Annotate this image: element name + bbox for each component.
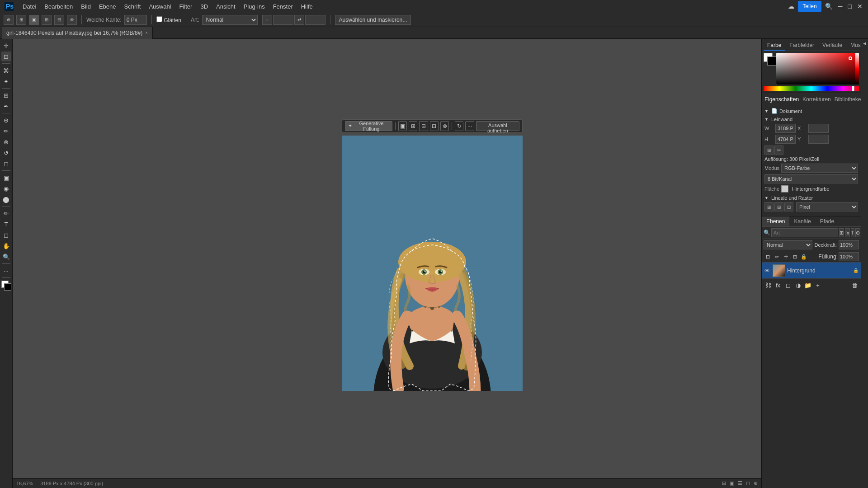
sel-add-icon[interactable]: ⊞: [409, 121, 417, 131]
canvas-size-icon[interactable]: ⊞: [764, 145, 774, 155]
window-minimize-icon[interactable]: ─: [836, 2, 844, 11]
tool-options-1[interactable]: ⊕: [4, 15, 14, 25]
background-swatch[interactable]: [767, 56, 776, 66]
add-mask-btn[interactable]: ◻: [783, 281, 793, 290]
dodge-tool[interactable]: ⬤: [1, 194, 11, 204]
height-input[interactable]: [305, 15, 326, 25]
new-layer-type-btn[interactable]: ⊞: [839, 228, 844, 237]
clone-tool[interactable]: ⊗: [1, 137, 11, 147]
color-spectrum[interactable]: [764, 86, 859, 91]
tab-bibliotheken[interactable]: Bibliotheken: [835, 95, 861, 105]
lock-artboard-btn[interactable]: ⊞: [791, 253, 799, 261]
height-field[interactable]: [775, 135, 796, 144]
canvas-container[interactable]: ✦ Generative Füllung ▣ ⊞ ⊟ ⊡ ⊗ ↻ ··· Aus…: [13, 39, 761, 478]
add-fx-btn[interactable]: fx: [774, 281, 783, 290]
zoom-tool[interactable]: 🔍: [1, 252, 11, 262]
tab-kanaele[interactable]: Kanäle: [789, 216, 815, 226]
pen-tool[interactable]: ✏: [1, 208, 11, 218]
add-adjustment-btn[interactable]: ◑: [793, 281, 802, 290]
modus-select[interactable]: RGB-Farbe: [781, 164, 858, 173]
tab-farbe[interactable]: Farbe: [764, 41, 785, 51]
window-maximize-icon[interactable]: □: [846, 2, 854, 11]
window-close-icon[interactable]: ✕: [855, 2, 864, 11]
swap-icon[interactable]: ⇄: [294, 15, 304, 25]
foreground-color[interactable]: [1, 281, 11, 291]
menu-ansicht[interactable]: Ansicht: [212, 2, 239, 11]
teilen-button[interactable]: Teilen: [798, 1, 821, 12]
add-group-btn[interactable]: 📁: [803, 281, 812, 290]
delete-layer-btn[interactable]: 🗑: [850, 281, 859, 290]
blur-tool[interactable]: ◉: [1, 183, 11, 193]
tool-intersect-selection[interactable]: ⊗: [67, 15, 77, 25]
menu-schrift[interactable]: Schrift: [121, 2, 145, 11]
sel-more-icon[interactable]: ···: [465, 121, 474, 131]
lineale-header[interactable]: ▼ Lineale und Raster: [764, 195, 858, 201]
color-picker[interactable]: [776, 53, 859, 84]
crop-tool[interactable]: ⊞: [1, 90, 11, 100]
lock-pixel-btn[interactable]: ✏: [773, 253, 781, 261]
history-brush-tool[interactable]: ↺: [1, 148, 11, 158]
add-link-btn[interactable]: ⛓: [764, 281, 773, 290]
tab-eigenschaften[interactable]: Eigenschaften: [764, 95, 799, 105]
weiche-kante-input[interactable]: [124, 15, 147, 25]
art-select[interactable]: Normal Festes Verhältnis Feste Größe: [202, 15, 258, 25]
menu-fenster[interactable]: Fenster: [269, 2, 297, 11]
tab-korrekturen[interactable]: Korrekturen: [802, 95, 831, 105]
lock-all-btn[interactable]: 🔒: [800, 253, 808, 261]
lineale-icon-1[interactable]: ⊞: [764, 202, 774, 211]
tool-add-selection[interactable]: ⊞: [42, 15, 52, 25]
lineale-icon-3[interactable]: ⊡: [784, 202, 793, 211]
width-input[interactable]: [273, 15, 293, 25]
hand-tool[interactable]: ✋: [1, 241, 11, 251]
move-tool[interactable]: ✛: [1, 41, 11, 51]
layer-smart-btn[interactable]: ⊕: [855, 228, 860, 237]
tab-ebenen[interactable]: Ebenen: [762, 216, 789, 226]
leinwand-header[interactable]: ▼ Leinwand: [764, 117, 858, 122]
bit-select[interactable]: 8 Bit/Kanal: [764, 174, 858, 183]
eyedropper-tool[interactable]: ✒: [1, 101, 11, 111]
tab-close-btn[interactable]: ×: [145, 30, 148, 35]
blend-mode-select[interactable]: Normal: [764, 240, 812, 249]
brush-tool[interactable]: ✏: [1, 126, 11, 136]
sel-inverse-icon[interactable]: ⊗: [440, 121, 449, 131]
x-field[interactable]: [808, 124, 829, 133]
tool-subtract-selection[interactable]: ⊟: [54, 15, 64, 25]
gradient-tool[interactable]: ▣: [1, 173, 11, 183]
width-icon[interactable]: ↔: [262, 15, 272, 25]
spectrum-handle[interactable]: [852, 86, 854, 91]
flaeche-color[interactable]: [781, 185, 788, 192]
menu-filter[interactable]: Filter: [176, 2, 196, 11]
menu-3d[interactable]: 3D: [197, 2, 212, 11]
selection-tool[interactable]: ⊡: [1, 52, 11, 61]
menu-datei[interactable]: Datei: [19, 2, 40, 11]
text-tool[interactable]: T: [1, 219, 11, 229]
pixel-select[interactable]: Pixel: [796, 202, 858, 211]
layer-fx-btn[interactable]: fx: [845, 228, 850, 237]
fill-input[interactable]: [839, 252, 859, 261]
more-tools-btn[interactable]: ···: [1, 266, 11, 276]
opacity-input[interactable]: [839, 240, 859, 249]
menu-bearbeiten[interactable]: Bearbeiten: [41, 2, 76, 11]
search-icon[interactable]: 🔍: [823, 2, 835, 11]
tool-new-selection[interactable]: ▣: [29, 15, 39, 25]
tool-options-2[interactable]: ⊞: [16, 15, 26, 25]
lineale-icon-2[interactable]: ⊟: [774, 202, 783, 211]
layer-item-hintergrund[interactable]: 👁 Hintergrund 🔒: [762, 263, 861, 279]
collapse-panel-btn[interactable]: ◀: [862, 41, 868, 46]
lock-transparent-btn[interactable]: ⊡: [764, 253, 772, 261]
menu-plugins[interactable]: Plug-ins: [240, 2, 269, 11]
tab-pfade[interactable]: Pfade: [816, 216, 839, 226]
document-header[interactable]: ▼ 📄 Dokument: [764, 108, 858, 114]
sel-new-icon[interactable]: ▣: [398, 121, 407, 131]
document-tab[interactable]: girl-1846490 Pexels auf Pixabay.jpg bei …: [2, 27, 153, 39]
sel-intersect-icon[interactable]: ⊡: [430, 121, 439, 131]
select-mask-button[interactable]: Auswählen und maskieren...: [335, 15, 411, 25]
tab-verlaeufe[interactable]: Verläufe: [819, 41, 846, 51]
glatten-checkbox[interactable]: [156, 16, 162, 22]
width-field[interactable]: [775, 124, 796, 133]
menu-ebene[interactable]: Ebene: [95, 2, 120, 11]
layer-visibility-btn[interactable]: 👁: [764, 267, 771, 274]
generative-fill-button[interactable]: ✦ Generative Füllung: [345, 121, 392, 131]
layers-search-input[interactable]: [771, 228, 838, 237]
tab-muster[interactable]: Muster: [847, 41, 861, 51]
